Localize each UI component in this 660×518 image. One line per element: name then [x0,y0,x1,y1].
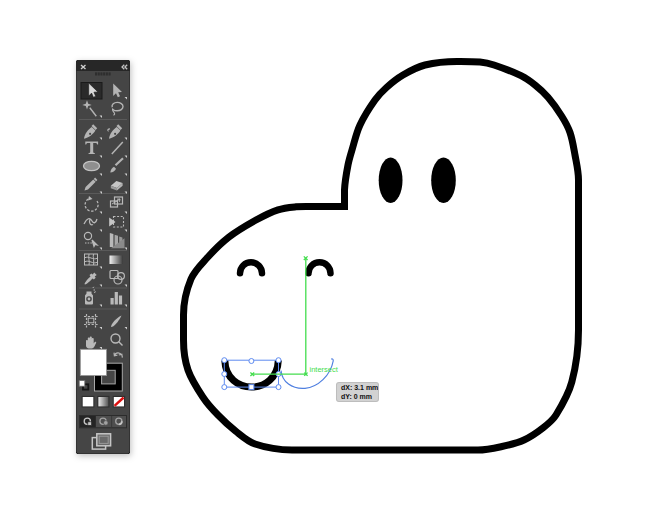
svg-text:intersect: intersect [310,365,339,374]
